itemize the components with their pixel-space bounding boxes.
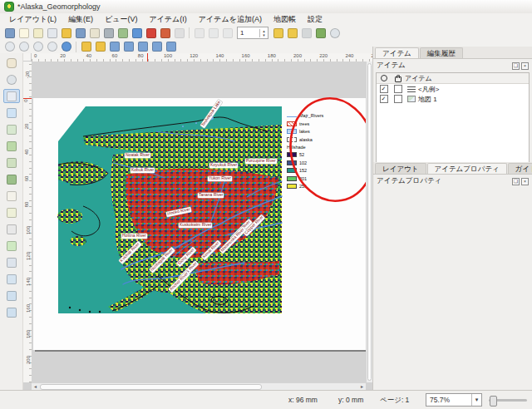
- print-button[interactable]: [102, 27, 115, 39]
- lakes-symbol: [287, 129, 297, 134]
- load-template-button[interactable]: [88, 27, 101, 39]
- add-polygon-button[interactable]: [3, 155, 20, 170]
- add-picture-button[interactable]: [3, 172, 20, 186]
- export-image-button[interactable]: [116, 27, 129, 39]
- select-move-item-button[interactable]: [3, 89, 20, 103]
- add-node-item-button[interactable]: [3, 272, 20, 286]
- group-items-button[interactable]: [108, 41, 121, 53]
- combo-dropdown-icon[interactable]: ▾: [471, 394, 481, 406]
- menu-item-6[interactable]: 設定: [302, 13, 328, 26]
- ungroup-items-icon: [124, 42, 134, 52]
- add-label-button[interactable]: [3, 189, 20, 203]
- zoom-button[interactable]: [3, 72, 20, 86]
- redo-button[interactable]: [173, 27, 185, 39]
- prev-feature-button[interactable]: [221, 27, 234, 39]
- revert-button[interactable]: [159, 27, 171, 39]
- add-scalebar-button[interactable]: [3, 222, 20, 236]
- atlas-feature-spinbox[interactable]: 1▴▾: [237, 27, 268, 39]
- tree-row[interactable]: ✓<凡例>: [377, 84, 529, 94]
- panel-bottom-tab-2[interactable]: ガイド: [508, 163, 532, 174]
- ruler-label: 180: [268, 53, 276, 58]
- panel-bottom-tabs: レイアウトアイテムプロパティガイド: [373, 162, 532, 175]
- panel-bottom-tab-0[interactable]: レイアウト: [375, 163, 426, 174]
- add-table-button[interactable]: [3, 288, 20, 303]
- legend-hillshade-title: Hillshade: [287, 145, 366, 150]
- ruler-label: 100: [164, 53, 172, 58]
- menu-item-2[interactable]: ビュー(V): [99, 13, 143, 26]
- layout-canvas-area: 020406080100120140160180200220240260 -20…: [23, 53, 372, 391]
- visibility-checkbox[interactable]: ✓: [380, 85, 388, 93]
- new-layout-button[interactable]: [17, 27, 30, 39]
- tree-item-label: <凡例>: [418, 85, 439, 94]
- panel-top-tab-0[interactable]: アイテム: [375, 47, 419, 58]
- panel-bottom-tab-1[interactable]: アイテムプロパティ: [427, 163, 507, 174]
- edit-nodes-button[interactable]: [3, 122, 20, 136]
- pan-button[interactable]: [3, 56, 20, 70]
- layout-canvas[interactable]: Teshekpuk LakeNoatak RiverKobuk RiverKoy…: [32, 62, 366, 382]
- menu-item-3[interactable]: アイテム(I): [143, 13, 192, 26]
- zoom-full-button[interactable]: [32, 41, 44, 53]
- raise-items-button[interactable]: [136, 41, 149, 53]
- zoom-in-button[interactable]: [3, 41, 16, 53]
- save-as-template-button[interactable]: [74, 27, 86, 39]
- zoom-slider-handle[interactable]: [490, 396, 497, 407]
- lock-checkbox[interactable]: [394, 95, 402, 103]
- unlock-items-button[interactable]: [94, 41, 106, 53]
- add-fixed-table-button[interactable]: [3, 305, 20, 319]
- atlas-settings-button[interactable]: [314, 27, 327, 39]
- ungroup-items-button[interactable]: [122, 41, 135, 53]
- duplicate-layout-button[interactable]: [32, 27, 44, 39]
- ruler-label: 60: [112, 53, 118, 58]
- menu-item-4[interactable]: アイテムを追加(A): [193, 13, 268, 26]
- distribute-items-button[interactable]: [165, 41, 177, 53]
- panel-undock-icon[interactable]: ❏: [512, 178, 520, 185]
- menu-item-0[interactable]: レイアウト(L): [3, 13, 62, 26]
- save-layout-button[interactable]: [3, 27, 16, 39]
- preview-atlas-button[interactable]: [328, 27, 341, 39]
- zoom-out-button[interactable]: [17, 41, 30, 53]
- legend-item[interactable]: Majr_Riverstreeslakesalaska Hillshade 52…: [287, 113, 366, 192]
- panel-close-icon[interactable]: ×: [521, 178, 529, 185]
- save-layout-icon: [5, 28, 15, 38]
- refresh-view-button[interactable]: [60, 41, 72, 53]
- add-shape-button[interactable]: [3, 239, 20, 253]
- vertical-scrollbar-thumb[interactable]: [367, 63, 372, 381]
- move-item-content-button[interactable]: [3, 106, 20, 120]
- panel-close-icon[interactable]: ×: [521, 62, 529, 70]
- select-move-item-icon: [7, 91, 17, 101]
- panel-undock-icon[interactable]: ❏: [512, 62, 520, 70]
- tree-row[interactable]: ✓地図 1: [377, 94, 529, 104]
- ruler-corner: [23, 53, 32, 62]
- print-atlas-button[interactable]: [300, 27, 313, 39]
- lock-items-button[interactable]: [80, 41, 92, 53]
- panel-top-tab-1[interactable]: 編集履歴: [420, 47, 463, 58]
- ruler-label: 160: [26, 304, 31, 313]
- add-pages-button[interactable]: [60, 27, 72, 39]
- visibility-checkbox[interactable]: ✓: [380, 95, 388, 103]
- align-items-button[interactable]: [150, 41, 163, 53]
- spinbox-arrows-icon[interactable]: ▴▾: [259, 29, 268, 37]
- export-pdf-button[interactable]: [145, 27, 157, 39]
- export-svg-button[interactable]: [131, 27, 143, 39]
- add-map-button[interactable]: [3, 139, 20, 153]
- zoom-slider[interactable]: [489, 399, 527, 402]
- zoom-level-combo[interactable]: 75.7% ▾: [426, 393, 482, 407]
- zoom-actual-button[interactable]: [46, 41, 58, 53]
- add-legend-button[interactable]: [3, 205, 20, 219]
- ruler-label: 240: [345, 53, 353, 58]
- unlock-items-icon: [96, 42, 106, 52]
- layout-page[interactable]: Teshekpuk LakeNoatak RiverKobuk RiverKoy…: [33, 98, 366, 350]
- export-pdf-icon: [146, 28, 156, 38]
- menu-item-5[interactable]: 地図帳: [268, 13, 302, 26]
- add-shape-icon: [7, 241, 17, 251]
- lock-checkbox[interactable]: [394, 85, 402, 93]
- horizontal-scrollbar-thumb[interactable]: [40, 384, 262, 390]
- menu-item-1[interactable]: 編集(E): [62, 13, 99, 26]
- first-feature-button[interactable]: [207, 27, 219, 39]
- last-feature-button[interactable]: [286, 27, 298, 39]
- next-feature-button[interactable]: [272, 27, 284, 39]
- layout-manager-button[interactable]: [46, 27, 58, 39]
- zoom-to-feature-button[interactable]: [193, 27, 205, 39]
- ruler-label: 60: [24, 175, 29, 181]
- add-arrow-button[interactable]: [3, 255, 20, 269]
